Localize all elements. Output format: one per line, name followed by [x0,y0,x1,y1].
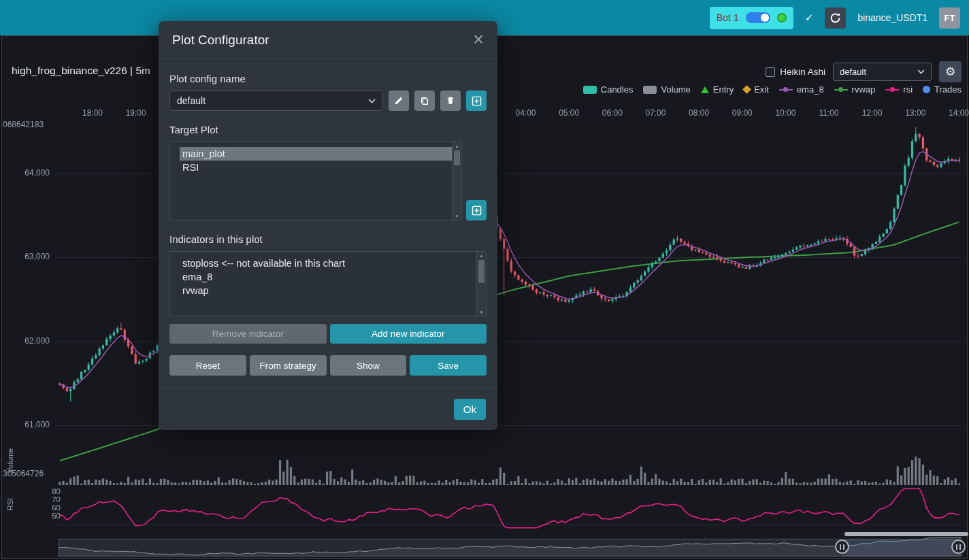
plot-config-name-label: Plot config name [169,73,487,84]
time-axis-label: 04:00 [510,108,542,118]
listbox-scrollbar[interactable]: ▴ ▾ [476,252,486,316]
remove-indicator-button[interactable]: Remove indicator [169,324,327,344]
legend-item-Candles[interactable]: Candles [583,84,634,95]
pair-name: binance_USDT1 [857,12,927,23]
rsi-axis-label: 60 [42,504,61,512]
add-new-indicator-button[interactable]: Add new indicator [330,324,487,344]
modal-title: Plot Configurator [172,33,269,48]
bot-selector[interactable]: Bot 1 [710,7,793,29]
pencil-icon [394,96,404,105]
ft-avatar-button[interactable]: FT [939,7,960,29]
bot-toggle-switch[interactable] [746,12,770,23]
time-axis-label: 10:00 [770,108,801,118]
edit-config-button[interactable] [389,90,409,111]
price-axis-label: 64,000 [14,168,50,178]
time-axis-label: 18:00 [77,108,108,118]
scroll-up-icon[interactable]: ▴ [480,252,483,259]
rvwap-swatch-icon [834,86,848,94]
volume-axis-label: 305064726 [3,469,44,478]
add-plot-button[interactable] [466,200,487,220]
toggle-knob [761,14,769,22]
refresh-button[interactable] [825,7,846,29]
config-name-select-value: default [177,95,206,106]
indicator-option-stoploss[interactable]: stoploss <-- not available in this chart [180,257,476,270]
bot-online-dot [777,13,787,22]
plus-square-icon [472,205,482,216]
legend-item-ema_8[interactable]: ema_8 [779,84,824,95]
modal-body: Plot config name default Target Plot [159,59,497,388]
modal-header: Plot Configurator × [159,21,497,59]
legend-label: Exit [754,84,769,95]
legend-label: ema_8 [797,84,824,95]
copy-icon [420,96,429,105]
time-axis-label: 12:00 [857,108,888,118]
show-button[interactable]: Show [330,355,407,376]
gear-icon: ⚙ [945,65,955,79]
datazoom-handle-right[interactable] [951,540,966,554]
target-plot-label: Target Plot [169,124,487,135]
plot-config-select[interactable]: default [833,63,932,81]
rsi-swatch-icon [885,86,899,94]
time-axis-label: 08:00 [683,108,715,118]
ok-button[interactable]: Ok [454,399,486,420]
heikin-ashi-checkbox[interactable] [766,67,775,77]
delete-config-button[interactable] [440,90,461,111]
plus-square-icon [472,96,482,106]
time-axis-label: 11:00 [813,108,844,118]
from-strategy-button[interactable]: From strategy [250,355,327,376]
time-axis-label: 13:00 [900,108,931,118]
indicators-listbox[interactable]: stoploss <-- not available in this chart… [169,251,487,316]
scroll-down-icon[interactable]: ▾ [480,309,483,315]
legend-label: Entry [713,84,734,95]
legend-item-rsi[interactable]: rsi [885,84,913,95]
reset-button[interactable]: Reset [169,355,246,376]
duplicate-config-button[interactable] [414,90,435,111]
indicator-option-rvwap[interactable]: rvwap [180,284,476,297]
target-plot-option-rsi[interactable]: RSI [180,161,452,174]
Entry-swatch-icon [701,86,709,93]
scrollbar-thumb[interactable] [454,150,460,165]
save-button[interactable]: Save [410,355,487,376]
price-axis-label: 63,000 [14,252,50,261]
datazoom-scrollbar[interactable] [844,532,968,536]
rsi-axis-label: 70 [42,495,61,504]
rsi-axis-label: 50 [42,512,61,520]
scroll-up-icon[interactable]: ▴ [456,143,459,149]
chevron-down-icon [368,99,376,103]
chevron-down-icon [917,69,925,74]
time-axis-label: 07:00 [640,108,671,118]
chart-controls: Heikin Ashi default ⚙ [766,61,962,82]
datazoom-handle-left[interactable] [835,540,849,554]
time-axis-label: 14:00 [943,108,969,118]
indicator-option-ema8[interactable]: ema_8 [180,270,476,284]
legend-item-Volume[interactable]: Volume [643,84,690,95]
modal-footer: Ok [159,388,497,430]
ema_8-swatch-icon [779,86,793,94]
trash-icon [446,96,455,105]
Exit-swatch-icon [742,85,751,94]
time-axis-label: 19:00 [120,108,152,118]
listbox-scrollbar[interactable]: ▴ ▾ [452,142,461,220]
plot-settings-button[interactable]: ⚙ [939,61,962,82]
legend-item-rvwap[interactable]: rvwap [834,84,876,95]
target-plot-listbox[interactable]: main_plot RSI ▴ ▾ [169,142,462,220]
legend-item-Entry[interactable]: Entry [701,84,734,95]
scroll-down-icon[interactable]: ▾ [456,213,459,219]
rsi-axis-title: RSI [6,491,14,518]
datazoom-navigator[interactable] [59,539,963,557]
legend-item-Exit[interactable]: Exit [744,84,769,95]
close-icon[interactable]: × [473,31,484,49]
check-icon: ✓ [805,12,814,24]
Volume-swatch-icon [643,86,657,94]
time-axis-label: 09:00 [727,108,758,118]
Trades-swatch-icon [923,86,930,93]
bot-name-label: Bot 1 [717,12,739,23]
scrollbar-thumb[interactable] [478,260,484,283]
legend-item-Trades[interactable]: Trades [923,84,962,95]
time-axis-label: 06:00 [597,108,628,118]
Candles-swatch-icon [583,86,597,94]
target-plot-option-main[interactable]: main_plot [180,147,452,161]
rsi-axis-label: 80 [42,487,61,495]
config-name-select[interactable]: default [169,90,383,111]
add-config-button[interactable] [466,90,487,111]
